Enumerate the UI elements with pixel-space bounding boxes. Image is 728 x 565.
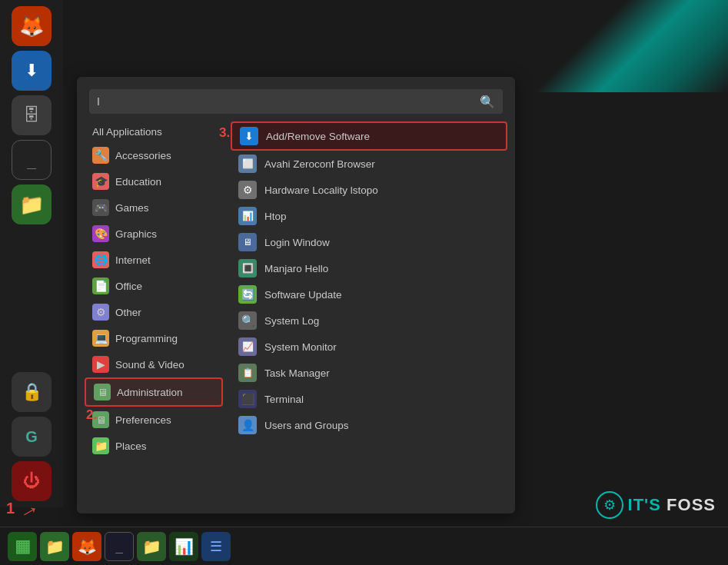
- category-programming[interactable]: 💻 Programming: [85, 325, 223, 351]
- grub-customizer-icon[interactable]: G: [12, 417, 52, 457]
- games-icon: 🎮: [92, 199, 109, 216]
- manjaro-taskbar-icon[interactable]: ▦: [8, 532, 37, 561]
- category-places[interactable]: 📁 Places: [85, 433, 223, 459]
- programming-label: Programming: [115, 333, 178, 344]
- monitor-taskbar-icon[interactable]: 📊: [169, 532, 198, 561]
- category-administration[interactable]: 🖥 Administration: [85, 377, 223, 407]
- internet-icon: 🌐: [92, 251, 109, 268]
- category-preferences[interactable]: 🖥 Preferences: [85, 407, 223, 433]
- task-manager-label: Task Manager: [264, 367, 330, 379]
- preferences-label: Preferences: [115, 414, 171, 426]
- terminal-taskbar-icon[interactable]: _: [105, 532, 134, 561]
- brand-name: IT'S FOSS: [628, 495, 716, 515]
- app-system-monitor[interactable]: 📈 System Monitor: [231, 334, 507, 360]
- software-update-label: Software Update: [264, 289, 342, 301]
- add-remove-software-label: Add/Remove Software: [266, 131, 370, 142]
- places-label: Places: [115, 440, 147, 452]
- folder-icon[interactable]: 📁: [12, 184, 52, 224]
- avahi-label: Avahi Zeroconf Browser: [264, 158, 375, 170]
- files-icon[interactable]: 🗄: [12, 95, 52, 135]
- system-monitor-label: System Monitor: [264, 341, 337, 353]
- avahi-icon: ⬜: [238, 155, 257, 173]
- office-icon: 📄: [92, 278, 109, 294]
- app-manjaro-hello[interactable]: 🔳 Manjaro Hello: [231, 255, 507, 281]
- dock: 🦊 ⬇ 🗄 _ 📁 🔒 G ⏻: [0, 0, 63, 507]
- software-update-icon: 🔄: [238, 285, 257, 304]
- category-games[interactable]: 🎮 Games: [85, 194, 223, 221]
- app-login-window[interactable]: 🖥 Login Window: [231, 229, 507, 255]
- lock-icon[interactable]: 🔒: [12, 372, 52, 412]
- category-office[interactable]: 📄 Office: [85, 273, 223, 299]
- users-groups-label: Users and Groups: [264, 420, 349, 431]
- administration-icon: 🖥: [94, 384, 111, 400]
- task-manager-icon: 📋: [238, 364, 257, 382]
- category-graphics[interactable]: 🎨 Graphics: [85, 221, 223, 247]
- login-window-icon: 🖥: [238, 233, 257, 251]
- app-system-log[interactable]: 🔍 System Log: [231, 307, 507, 334]
- step1-label: 1: [6, 500, 15, 517]
- search-bar: 🔍: [89, 89, 503, 114]
- app-add-remove-software[interactable]: ⬇ Add/Remove Software: [231, 121, 507, 151]
- notes-taskbar-icon[interactable]: ☰: [201, 532, 231, 561]
- firefox-taskbar-icon[interactable]: 🦊: [72, 532, 101, 561]
- folder-taskbar-icon[interactable]: 📁: [137, 532, 166, 561]
- places-icon: 📁: [92, 437, 109, 454]
- menu-panel: 🔍 All Applications 🔧 Accessories 🎓 Educa…: [77, 77, 515, 513]
- category-sound-video[interactable]: ▶ Sound & Video: [85, 351, 223, 377]
- app-avahi-zeroconf[interactable]: ⬜ Avahi Zeroconf Browser: [231, 151, 507, 177]
- terminal-icon[interactable]: _: [12, 140, 52, 180]
- app-users-groups[interactable]: 👤 Users and Groups: [231, 412, 507, 438]
- search-icon[interactable]: 🔍: [480, 95, 495, 109]
- sound-video-label: Sound & Video: [115, 359, 184, 371]
- sound-video-icon: ▶: [92, 356, 109, 373]
- accessories-label: Accessories: [115, 150, 171, 161]
- step3-label: 3.: [219, 125, 230, 141]
- users-groups-icon: 👤: [238, 416, 257, 434]
- office-label: Office: [115, 281, 142, 292]
- system-log-label: System Log: [264, 315, 319, 327]
- manjaro-hello-label: Manjaro Hello: [264, 263, 328, 274]
- hardware-locality-label: Hardware Locality lstopo: [264, 184, 378, 196]
- app-task-manager[interactable]: 📋 Task Manager: [231, 360, 507, 386]
- htop-label: Htop: [264, 211, 287, 222]
- app-terminal[interactable]: ⬛ Terminal: [231, 386, 507, 412]
- bg-decoration: [497, 0, 728, 92]
- branding: ⚙ IT'S FOSS: [596, 491, 716, 519]
- programming-icon: 💻: [92, 330, 109, 347]
- games-label: Games: [115, 202, 149, 214]
- download-icon[interactable]: ⬇: [12, 51, 52, 91]
- app-htop[interactable]: 📊 Htop: [231, 203, 507, 229]
- files-taskbar-icon[interactable]: 📁: [40, 532, 69, 561]
- all-applications-label: All Applications: [92, 126, 162, 138]
- menu-content: All Applications 🔧 Accessories 🎓 Educati…: [77, 121, 515, 506]
- terminal-app-icon: ⬛: [238, 390, 257, 408]
- category-internet[interactable]: 🌐 Internet: [85, 247, 223, 273]
- education-label: Education: [115, 176, 161, 188]
- system-log-icon: 🔍: [238, 311, 257, 330]
- hardware-locality-icon: ⚙: [238, 181, 257, 199]
- internet-label: Internet: [115, 254, 151, 266]
- taskbar: ▦ 📁 🦊 _ 📁 📊 ☰: [0, 527, 728, 565]
- other-label: Other: [115, 307, 141, 318]
- category-education[interactable]: 🎓 Education: [85, 168, 223, 194]
- other-icon: ⚙: [92, 304, 109, 321]
- category-accessories[interactable]: 🔧 Accessories: [85, 142, 223, 168]
- search-input[interactable]: [97, 92, 480, 111]
- manjaro-hello-icon: 🔳: [238, 259, 257, 278]
- graphics-label: Graphics: [115, 228, 157, 240]
- login-window-label: Login Window: [264, 237, 330, 248]
- add-remove-software-icon: ⬇: [240, 127, 258, 145]
- system-monitor-icon: 📈: [238, 337, 257, 356]
- administration-label: Administration: [117, 387, 183, 398]
- categories-panel: All Applications 🔧 Accessories 🎓 Educati…: [77, 121, 223, 506]
- app-hardware-locality[interactable]: ⚙ Hardware Locality lstopo: [231, 177, 507, 203]
- accessories-icon: 🔧: [92, 147, 109, 164]
- its-foss-gear-icon: ⚙: [596, 491, 623, 519]
- category-all-applications[interactable]: All Applications: [85, 121, 223, 142]
- firefox-icon[interactable]: 🦊: [12, 6, 52, 46]
- graphics-icon: 🎨: [92, 225, 109, 242]
- app-software-update[interactable]: 🔄 Software Update: [231, 281, 507, 307]
- apps-list: ⬇ Add/Remove Software ⬜ Avahi Zeroconf B…: [223, 121, 515, 506]
- category-other[interactable]: ⚙ Other: [85, 299, 223, 325]
- htop-icon: 📊: [238, 207, 257, 225]
